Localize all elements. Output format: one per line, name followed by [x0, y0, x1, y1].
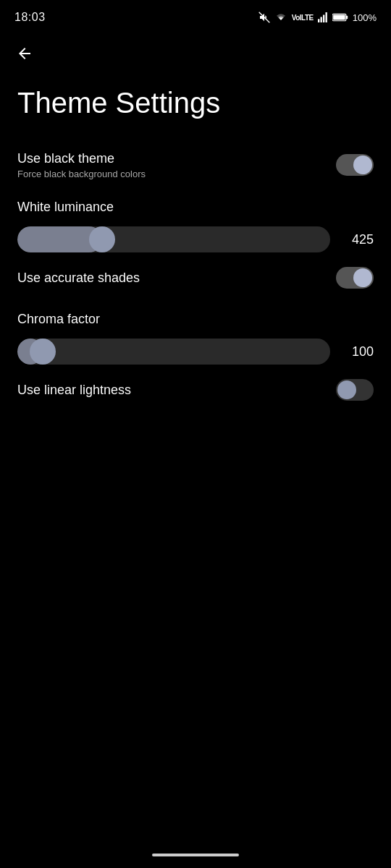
use-linear-lightness-label: Use linear lightness	[17, 382, 336, 399]
chroma-factor-slider[interactable]	[17, 339, 330, 365]
page-title: Theme Settings	[0, 69, 391, 142]
svg-rect-3	[323, 15, 324, 23]
chroma-factor-label: Chroma factor	[17, 312, 374, 327]
status-time: 18:03	[14, 11, 46, 24]
use-black-theme-knob	[353, 156, 372, 174]
battery-percent: 100%	[353, 12, 377, 23]
use-black-theme-label: Use black theme	[17, 150, 336, 167]
use-linear-lightness-row: Use linear lightness	[17, 370, 374, 409]
white-luminance-track	[17, 226, 330, 252]
chroma-factor-value: 100	[342, 344, 374, 359]
chroma-factor-slider-row: 100	[17, 339, 374, 365]
chroma-factor-thumb[interactable]	[30, 339, 56, 365]
signal-icon	[318, 12, 328, 22]
svg-rect-6	[346, 16, 348, 20]
svg-rect-1	[318, 19, 319, 22]
white-luminance-label: White luminance	[17, 200, 374, 215]
white-luminance-slider-row: 425	[17, 226, 374, 252]
home-indicator	[152, 854, 239, 856]
use-accurate-shades-toggle[interactable]	[336, 267, 374, 289]
use-black-theme-toggle[interactable]	[336, 154, 374, 176]
battery-icon	[332, 13, 348, 22]
status-bar: 18:03 VolLTE 100%	[0, 0, 391, 32]
settings-content: Use black theme Force black background c…	[0, 142, 391, 409]
back-arrow-icon	[14, 43, 35, 64]
volte-icon: VolLTE	[292, 14, 314, 22]
use-accurate-shades-row: Use accurate shades	[17, 258, 374, 297]
sound-off-icon	[258, 12, 270, 23]
svg-rect-2	[320, 17, 321, 22]
use-accurate-shades-label: Use accurate shades	[17, 270, 336, 286]
use-accurate-shades-knob	[353, 268, 372, 287]
white-luminance-slider[interactable]	[17, 226, 330, 252]
back-button[interactable]	[0, 32, 391, 69]
use-linear-lightness-knob	[337, 380, 356, 399]
status-icons: VolLTE 100%	[258, 12, 377, 23]
chroma-factor-section: Chroma factor 100	[17, 312, 374, 365]
white-luminance-value: 425	[342, 232, 374, 247]
use-linear-lightness-toggle[interactable]	[336, 379, 374, 401]
wifi-icon	[274, 12, 287, 22]
use-black-theme-sublabel: Force black background colors	[17, 169, 336, 179]
chroma-factor-track	[17, 339, 330, 365]
svg-rect-4	[325, 12, 327, 22]
white-luminance-section: White luminance 425	[17, 200, 374, 252]
svg-rect-7	[333, 14, 345, 20]
use-black-theme-row: Use black theme Force black background c…	[17, 142, 374, 188]
white-luminance-thumb[interactable]	[89, 226, 115, 252]
